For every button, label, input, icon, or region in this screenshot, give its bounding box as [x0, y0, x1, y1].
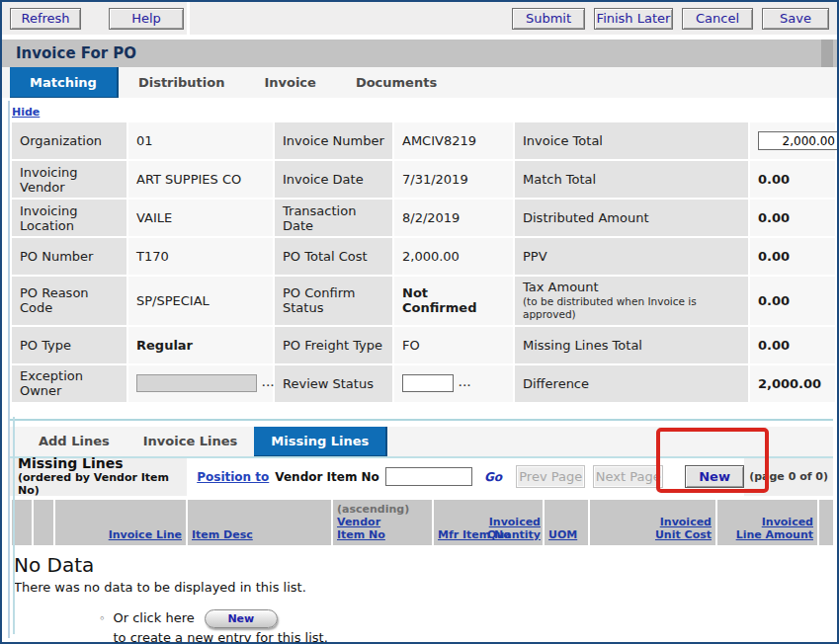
or-click-here-text: Or click here — [114, 610, 195, 625]
tab-documents[interactable]: Documents — [336, 67, 457, 98]
tab-invoice-lines[interactable]: Invoice Lines — [126, 427, 255, 456]
sort-vendor-item-no[interactable]: Item No — [337, 528, 409, 541]
field-label: Review Status — [275, 365, 392, 402]
field-value: 01 — [128, 122, 273, 159]
sort-invoiced-line-amount[interactable]: Invoiced — [762, 516, 813, 528]
sort-invoice-line[interactable]: Invoice Line — [109, 528, 182, 541]
selector-column-header — [12, 500, 32, 545]
next-page-button[interactable]: Next Page — [593, 465, 662, 488]
field-value: FO — [394, 327, 513, 363]
field-value: 8/2/2019 — [394, 200, 513, 236]
field-value: SP/SPECIAL — [128, 277, 273, 325]
bullet-icon: ◦ — [99, 612, 106, 644]
lines-tab-bar: Add Lines Invoice Lines Missing Lines — [10, 427, 833, 458]
invoice-for-po-window: Refresh Help Submit Finish Later Cancel … — [0, 0, 839, 644]
field-label: Tax Amount (to be distributed when Invoi… — [515, 277, 748, 325]
header-filler — [819, 500, 833, 545]
review-status-lookup-icon[interactable]: ... — [459, 378, 471, 388]
tab-missing-lines[interactable]: Missing Lines — [254, 427, 387, 456]
prev-page-button[interactable]: Prev Page — [516, 465, 585, 488]
missing-lines-subtitle: (ordered by Vendor Item No) — [18, 471, 187, 497]
sort-invoiced-unit-cost[interactable]: Invoiced — [660, 516, 712, 528]
toolbar-right-group: Submit Finish Later Cancel Save — [512, 8, 837, 30]
tab-invoice[interactable]: Invoice — [244, 67, 335, 98]
left-frame-line — [8, 101, 10, 638]
scrollbar-stub — [821, 40, 833, 67]
tab-matching[interactable]: Matching — [10, 67, 119, 98]
field-value: 0.00 — [750, 277, 835, 325]
tab-add-lines[interactable]: Add Lines — [22, 427, 126, 456]
field-label: Invoice Number — [275, 122, 392, 159]
refresh-button[interactable]: Refresh — [10, 8, 81, 30]
field-label: PO Type — [12, 327, 126, 363]
section-divider — [10, 419, 833, 421]
field-label: Invoicing Vendor — [12, 161, 126, 198]
top-toolbar: Refresh Help Submit Finish Later Cancel … — [2, 2, 837, 35]
field-value: VAILE — [128, 200, 273, 236]
missing-lines-title-cell: Missing Lines (ordered by Vendor Item No… — [10, 458, 187, 496]
sort-invoiced-unit-cost[interactable]: Unit Cost — [655, 528, 712, 541]
field-label: Match Total — [515, 161, 748, 198]
no-data-message: There was no data to be displayed in thi… — [14, 580, 837, 595]
field-label: PO Freight Type — [275, 327, 392, 363]
field-label: Distributed Amount — [515, 200, 748, 236]
field-label: Invoice Total — [515, 122, 748, 159]
page-title: Invoice For PO — [2, 44, 136, 62]
save-button[interactable]: Save — [762, 8, 829, 30]
new-button[interactable]: New — [685, 465, 744, 488]
missing-lines-toolbar: Missing Lines (ordered by Vendor Item No… — [10, 458, 833, 496]
field-label: Transaction Date — [275, 200, 392, 236]
missing-lines-title: Missing Lines — [18, 456, 187, 471]
sort-invoiced-line-amount[interactable]: Line Amount — [736, 528, 813, 541]
field-value: 0.00 — [750, 200, 835, 236]
no-data-heading: No Data — [14, 553, 837, 577]
create-entry-text: to create a new entry for this list. — [114, 628, 328, 644]
no-data-section: No Data There was no data to be displaye… — [14, 553, 837, 644]
main-tab-bar: Matching Distribution Invoice Documents — [2, 67, 837, 98]
hide-link[interactable]: Hide — [12, 106, 40, 119]
sort-invoiced-quantity[interactable]: Quantity — [487, 528, 541, 541]
field-label: PO Number — [12, 238, 126, 275]
exception-owner-cell: ... — [128, 365, 273, 402]
field-value: AMCIV8219 — [394, 122, 513, 159]
field-label: Organization — [12, 122, 126, 159]
vendor-item-no-input[interactable] — [385, 467, 472, 486]
toolbar-left-group: Refresh Help — [2, 2, 190, 35]
field-value: Regular — [128, 327, 273, 363]
field-value: 2,000.00 — [750, 365, 835, 402]
submit-button[interactable]: Submit — [512, 8, 585, 30]
field-value: 7/31/2019 — [394, 161, 513, 198]
field-label: PO Confirm Status — [275, 277, 392, 325]
field-value: ART SUPPIES CO — [128, 161, 273, 198]
left-frame-line-inner — [13, 417, 15, 634]
title-bar: Invoice For PO — [2, 40, 837, 67]
new-pill-button[interactable]: New — [205, 609, 278, 628]
sort-direction-note: (ascending) — [337, 503, 409, 516]
field-value: 0.00 — [750, 161, 835, 198]
position-to-link[interactable]: Position to — [197, 470, 269, 484]
sort-item-desc[interactable]: Item Desc — [192, 528, 253, 541]
sort-vendor-item-no[interactable]: Vendor — [337, 516, 409, 528]
field-label: Exception Owner — [12, 365, 126, 402]
field-value: Not Confirmed — [394, 277, 513, 325]
invoice-total-input[interactable] — [758, 131, 839, 150]
finish-later-button[interactable]: Finish Later — [594, 8, 673, 30]
field-label: Invoicing Location — [12, 200, 126, 236]
sort-uom[interactable]: UOM — [548, 528, 577, 541]
field-value: T170 — [128, 238, 273, 275]
invoice-header-form: Organization 01 Invoice Number AMCIV8219… — [12, 122, 833, 402]
vendor-item-no-label: Vendor Item No — [275, 470, 379, 484]
review-status-input[interactable] — [402, 374, 454, 392]
selector-column-header — [34, 500, 53, 545]
tab-distribution[interactable]: Distribution — [119, 67, 244, 98]
field-value: 2,000.00 — [394, 238, 513, 275]
exception-owner-input[interactable] — [136, 374, 257, 392]
go-link[interactable]: Go — [484, 470, 502, 484]
cancel-button[interactable]: Cancel — [682, 8, 753, 30]
tax-amount-label: Tax Amount — [523, 280, 740, 295]
field-label: Invoice Date — [275, 161, 392, 198]
help-button[interactable]: Help — [109, 8, 184, 30]
sort-invoiced-quantity[interactable]: Invoiced — [489, 516, 541, 528]
exception-owner-lookup-icon[interactable]: ... — [262, 378, 275, 388]
page-info: (page 0 of 0) — [744, 458, 833, 496]
